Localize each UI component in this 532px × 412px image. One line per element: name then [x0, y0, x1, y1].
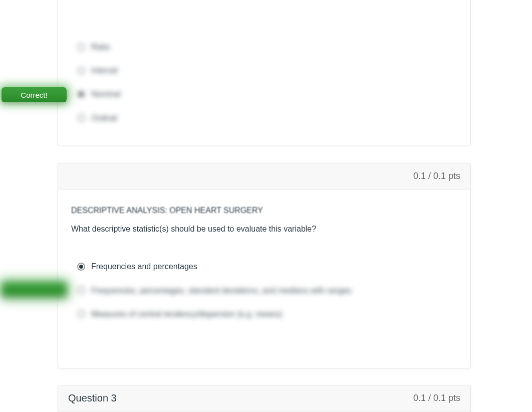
question-2-prompt: What descriptive statistic(s) should be … — [71, 223, 457, 235]
question-1-option[interactable]: Ordinal — [77, 106, 451, 130]
question-card-1: RatioIntervalNominalOrdinal — [58, 0, 471, 145]
question-1-option[interactable]: Ratio — [77, 35, 451, 59]
question-1-option-label: Nominal — [91, 88, 121, 100]
radio-icon[interactable] — [77, 286, 85, 294]
question-1-option[interactable]: Interval — [77, 59, 451, 82]
question-2-options: Frequencies and percentagesFrequencies, … — [71, 255, 457, 326]
radio-icon[interactable] — [77, 114, 85, 122]
question-2-option[interactable]: Frequencies, percentages, standard devia… — [77, 279, 451, 302]
question-2-option-label: Frequencies, percentages, standard devia… — [91, 285, 351, 296]
question-1-option-label: Ratio — [91, 41, 110, 53]
question-2-option-label: Frequencies and percentages — [91, 261, 197, 272]
question-card-2: 0.1 / 0.1 pts DESCRIPTIVE ANALYSIS: OPEN… — [58, 163, 471, 368]
question-2-header: 0.1 / 0.1 pts — [58, 163, 470, 189]
radio-icon[interactable] — [77, 90, 85, 98]
question-2-body: DESCRIPTIVE ANALYSIS: OPEN HEART SURGERY… — [58, 189, 470, 339]
question-3-title: Question 3 — [68, 392, 117, 404]
question-3-points: 0.1 / 0.1 pts — [413, 393, 460, 403]
correct-badge-label: Correct! — [21, 91, 47, 99]
question-3-header: Question 3 0.1 / 0.1 pts — [58, 385, 470, 411]
correct-badge: Correct! — [2, 282, 67, 297]
radio-icon[interactable] — [77, 67, 85, 75]
radio-icon[interactable] — [77, 310, 85, 318]
question-card-3: Question 3 0.1 / 0.1 pts — [58, 385, 471, 412]
question-1-option-label: Ordinal — [91, 112, 117, 124]
question-2-heading: DESCRIPTIVE ANALYSIS: OPEN HEART SURGERY — [71, 204, 457, 216]
question-1-option[interactable]: Nominal — [77, 82, 451, 106]
question-1-option-label: Interval — [91, 65, 117, 76]
correct-badge: Correct! — [2, 87, 67, 102]
question-1-options: RatioIntervalNominalOrdinal — [71, 35, 457, 130]
question-2-points: 0.1 / 0.1 pts — [413, 171, 460, 181]
radio-icon[interactable] — [77, 263, 85, 271]
question-2-option[interactable]: Frequencies and percentages — [77, 255, 451, 278]
correct-badge-label: Correct! — [21, 285, 47, 294]
radio-icon[interactable] — [77, 43, 85, 51]
question-2-option[interactable]: Measures of central tendency/dispersion … — [77, 302, 451, 326]
question-1-body: RatioIntervalNominalOrdinal — [58, 0, 470, 143]
question-2-option-label: Measures of central tendency/dispersion … — [91, 308, 283, 320]
